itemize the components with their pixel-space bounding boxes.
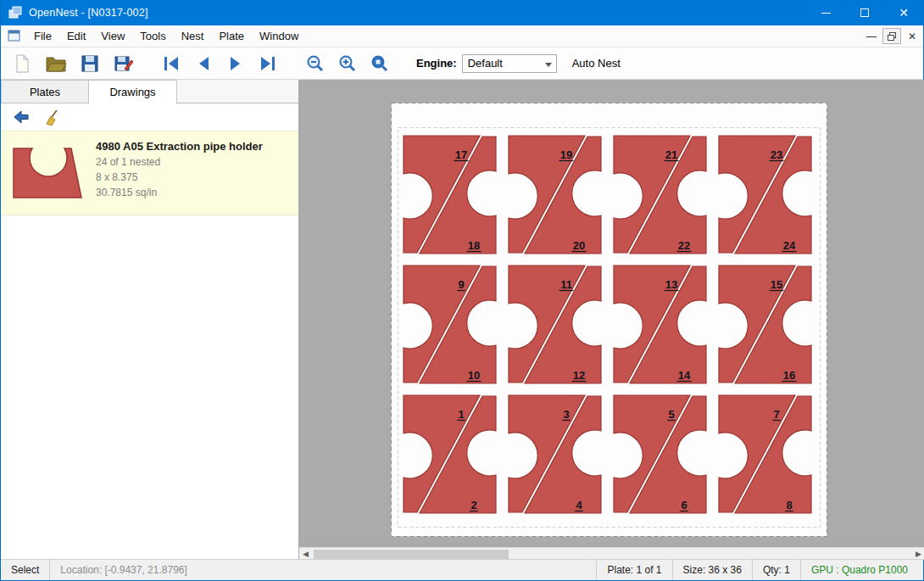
part-number-bottom: 2 <box>470 499 476 511</box>
part-number-top: 15 <box>771 278 782 291</box>
panel-toolbar <box>1 103 298 131</box>
part-name: 4980 A05 Extraction pipe holder <box>96 140 263 153</box>
scroll-left-icon[interactable]: ◀ <box>299 548 312 560</box>
zoom-out-icon <box>305 53 326 74</box>
zoom-out-button[interactable] <box>301 50 330 77</box>
new-button[interactable] <box>8 50 36 77</box>
zoom-in-icon <box>337 53 358 74</box>
window-title: OpenNest - [N0317-002] <box>29 7 148 19</box>
menu-view[interactable]: View <box>93 26 132 46</box>
menu-plate[interactable]: Plate <box>211 26 252 46</box>
scrollbar-thumb[interactable] <box>314 550 509 559</box>
part-number-top: 5 <box>668 408 674 421</box>
menu-edit[interactable]: Edit <box>59 26 93 46</box>
part-number-bottom: 20 <box>573 239 585 252</box>
next-plate-button[interactable] <box>221 50 250 77</box>
tab-drawings[interactable]: Drawings <box>89 80 177 104</box>
part-number-top: 19 <box>560 148 572 161</box>
tab-plates[interactable]: Plates <box>1 80 89 103</box>
broom-icon <box>43 109 60 126</box>
minimize-button[interactable] <box>806 0 845 25</box>
part-number-bottom: 18 <box>468 239 480 252</box>
part-number-top: 9 <box>458 278 464 291</box>
save-icon <box>80 53 100 74</box>
part-number-bottom: 10 <box>468 369 480 382</box>
part-number-bottom: 22 <box>678 239 690 252</box>
open-folder-icon <box>45 53 67 74</box>
new-file-icon <box>12 53 32 74</box>
zoom-fit-button[interactable] <box>365 50 394 77</box>
open-button[interactable] <box>42 50 70 77</box>
app-window: OpenNest - [N0317-002] ✕ File Edit View … <box>0 0 924 581</box>
mdi-close-button[interactable]: ✕ <box>903 28 921 44</box>
menu-nest[interactable]: Nest <box>174 26 212 46</box>
part-thumbnail <box>9 138 86 206</box>
mdi-restore-button[interactable] <box>882 28 901 44</box>
back-arrow-icon <box>13 109 30 125</box>
previous-arrow-icon <box>193 54 214 73</box>
clear-drawings-button[interactable] <box>40 106 64 128</box>
part-number-top: 17 <box>455 148 467 161</box>
last-plate-button[interactable] <box>253 50 282 77</box>
qty-status: Qty: 1 <box>752 560 800 580</box>
part-info: 4980 A05 Extraction pipe holder 24 of 1 … <box>96 138 263 206</box>
menu-file[interactable]: File <box>26 26 59 46</box>
menu-window[interactable]: Window <box>252 26 306 46</box>
tab-strip: Plates Drawings <box>1 80 298 103</box>
save-as-button[interactable] <box>109 50 138 77</box>
part-nested-count: 24 of 1 nested <box>96 156 263 168</box>
menu-tools[interactable]: Tools <box>132 26 173 46</box>
save-button[interactable] <box>75 50 104 77</box>
part-number-top: 11 <box>560 278 572 291</box>
chevron-down-icon <box>545 63 552 67</box>
engine-label: Engine: <box>416 57 457 70</box>
restore-icon <box>887 31 897 42</box>
last-arrow-icon <box>258 54 278 73</box>
part-number-bottom: 6 <box>681 499 687 511</box>
app-icon <box>8 6 22 20</box>
close-button[interactable]: ✕ <box>884 0 923 25</box>
next-arrow-icon <box>225 54 246 73</box>
nest-plate-svg[interactable]: 171819202122232491011121314151612345678 <box>391 103 827 537</box>
reload-drawing-button[interactable] <box>9 106 33 128</box>
plate[interactable]: 171819202122232491011121314151612345678 <box>391 103 827 537</box>
document-icon <box>8 30 21 42</box>
zoom-fit-icon <box>370 53 390 74</box>
part-number-top: 13 <box>665 278 677 291</box>
menu-bar: File Edit View Tools Nest Plate Window —… <box>1 25 923 47</box>
plate-status: Plate: 1 of 1 <box>596 560 671 580</box>
part-area: 30.7815 sq/in <box>96 187 263 198</box>
gpu-status: GPU : Quadro P1000 <box>800 560 923 580</box>
status-bar: Select Location: [-0.9437, 21.8796] Plat… <box>1 559 923 580</box>
engine-select[interactable]: Default <box>462 54 557 73</box>
zoom-in-button[interactable] <box>333 50 362 77</box>
save-edit-icon <box>114 53 134 74</box>
scroll-right-icon[interactable]: ▶ <box>912 548 924 560</box>
part-number-bottom: 16 <box>783 369 795 382</box>
part-number-top: 3 <box>563 408 569 421</box>
part-shape-icon <box>9 138 86 203</box>
part-number-top: 23 <box>771 148 782 161</box>
previous-plate-button[interactable] <box>189 50 218 77</box>
part-number-bottom: 8 <box>786 499 792 511</box>
part-number-top: 7 <box>773 408 779 421</box>
engine-value: Default <box>468 57 503 70</box>
auto-nest-button[interactable]: Auto Nest <box>572 57 621 70</box>
part-number-bottom: 4 <box>576 499 582 511</box>
main-toolbar: Engine: Default Auto Nest <box>1 47 923 80</box>
part-number-top: 1 <box>458 408 464 421</box>
first-plate-button[interactable] <box>157 50 186 77</box>
part-number-bottom: 24 <box>783 239 796 252</box>
horizontal-scrollbar[interactable]: ◀ ▶ <box>299 547 924 560</box>
side-panel: Plates Drawings 49 <box>1 80 299 560</box>
part-number-top: 21 <box>665 148 677 161</box>
location-status: Location: [-0.9437, 21.8796] <box>50 560 197 580</box>
nest-canvas[interactable]: 171819202122232491011121314151612345678 … <box>299 80 924 560</box>
mdi-minimize-button[interactable]: — <box>862 28 881 44</box>
size-status: Size: 36 x 36 <box>672 560 752 580</box>
title-bar: OpenNest - [N0317-002] ✕ <box>1 0 923 25</box>
part-number-bottom: 14 <box>678 369 691 382</box>
drawing-list-item[interactable]: 4980 A05 Extraction pipe holder 24 of 1 … <box>1 131 298 215</box>
first-arrow-icon <box>161 54 181 73</box>
maximize-button[interactable] <box>845 0 884 25</box>
